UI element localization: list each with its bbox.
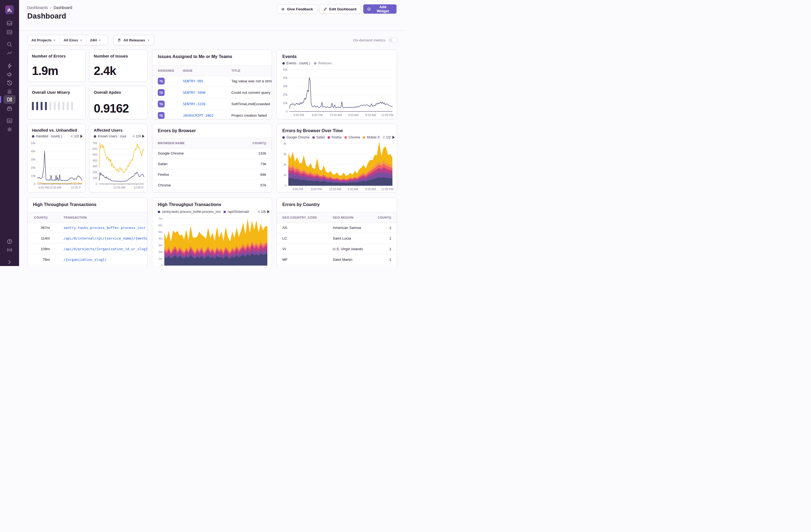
svg-text:2k: 2k xyxy=(284,163,287,166)
legend-item[interactable]: Known Users : cour xyxy=(94,134,128,138)
pager-next-icon[interactable] xyxy=(267,210,270,213)
widget-affected-users[interactable]: Affected Users Known Users : cour 1/3 01… xyxy=(89,124,148,193)
releases-icon xyxy=(117,38,121,42)
widget-errors-by-browser[interactable]: Errors by Browser Browser.Name Count() G… xyxy=(152,124,272,193)
add-widget-button[interactable]: Add Widget xyxy=(363,4,397,14)
legend-dot xyxy=(94,135,96,138)
sidebar-item-whats-new[interactable] xyxy=(6,247,13,253)
on-demand-metrics-toggle[interactable] xyxy=(388,37,397,43)
svg-text:8:00 PM: 8:00 PM xyxy=(311,187,322,191)
country-code: MF xyxy=(277,258,327,262)
table-row: 76m /{organization_slug}/ xyxy=(28,254,147,265)
country-region: Saint Lucia xyxy=(327,236,375,240)
legend-dot xyxy=(314,62,316,65)
sentry-logo-icon[interactable] xyxy=(5,5,14,14)
legend-item[interactable]: Handled : count( ) xyxy=(32,134,66,138)
edit-dashboard-button[interactable]: Edit Dashboard xyxy=(319,4,361,14)
transaction-link[interactable]: /api/0/internal/rpc/{service_name}/{meth… xyxy=(58,236,147,240)
misery-segment xyxy=(36,102,38,110)
svg-text:20k: 20k xyxy=(31,166,36,169)
project-filter[interactable]: All Projects xyxy=(28,35,59,45)
svg-text:0: 0 xyxy=(161,264,163,266)
pager-next-icon[interactable] xyxy=(80,135,82,138)
legend-label: Chrome xyxy=(349,135,360,139)
svg-text:4:00 PM: 4:00 PM xyxy=(293,113,304,117)
widget-high-throughput-chart[interactable]: High Throughput Transactions sentry.task… xyxy=(152,198,272,266)
sidebar-item-replays[interactable] xyxy=(6,80,13,87)
svg-text:100: 100 xyxy=(92,176,97,180)
widget-high-throughput-table[interactable]: High Throughput Transactions Count() Tra… xyxy=(27,198,148,266)
issue-link[interactable]: SENTRY-16H8 xyxy=(178,90,226,94)
widget-number-of-errors[interactable]: Number of Errors 1.9m xyxy=(27,50,86,82)
sidebar-item-settings[interactable] xyxy=(6,126,13,133)
environment-filter[interactable]: All Envs xyxy=(59,35,86,45)
country-count: 1 xyxy=(375,247,397,251)
svg-text:12:00 AM: 12:00 AM xyxy=(113,186,125,189)
sidebar-item-releases[interactable] xyxy=(6,105,13,112)
widget-overall-user-misery[interactable]: Overall User Misery xyxy=(27,86,86,119)
chevron-down-icon xyxy=(98,39,101,42)
svg-text:30k: 30k xyxy=(31,158,36,161)
pager-next-icon[interactable] xyxy=(142,135,144,138)
pager-prev-icon[interactable] xyxy=(132,135,134,138)
widget-number-of-issues[interactable]: Number of Issues 2.4k xyxy=(89,50,148,82)
widget-title: Affected Users xyxy=(94,128,123,133)
affected-users-line-chart: 010020030040050060070012:00 AM12:00 P xyxy=(91,141,146,190)
table-row: TE SENTRY-VD5 Tag value was not a string xyxy=(152,76,272,87)
widget-events-chart[interactable]: Events Events : count( ) Releases 010k20… xyxy=(277,50,397,119)
issue-link[interactable]: JAVASCRIPT-1BG2 xyxy=(178,113,226,118)
pager-prev-icon[interactable] xyxy=(70,135,73,138)
sidebar-item-feedback[interactable] xyxy=(6,71,13,78)
transaction-link[interactable]: sentry.tasks.process_buffer.process_incr xyxy=(58,226,147,230)
legend-pager: 1/2 xyxy=(382,135,395,139)
legend-item[interactable]: Firefox xyxy=(327,135,342,139)
widget-issues-assigned[interactable]: Issues Assigned to Me or My Teams Assign… xyxy=(152,50,272,119)
table-row: Chrome 57k xyxy=(152,180,272,191)
legend-item[interactable]: Releases xyxy=(314,61,332,65)
table-row: Firefox 64k xyxy=(152,169,272,180)
widget-handled-vs-unhandled[interactable]: Handled vs. Unhandled Handled : count( )… xyxy=(27,124,86,193)
svg-text:5m: 5m xyxy=(158,230,163,233)
misery-segment xyxy=(49,102,51,110)
legend-item[interactable]: Google Chrome xyxy=(282,135,309,139)
table-row: Google Chrome 132k xyxy=(152,148,272,158)
legend-item[interactable]: Chrome xyxy=(345,135,360,139)
sidebar-item-issues[interactable] xyxy=(6,20,13,27)
sidebar-item-help[interactable] xyxy=(6,238,13,245)
sidebar-item-starfish[interactable] xyxy=(6,63,13,69)
legend-item[interactable]: Mobile S xyxy=(363,135,379,139)
legend-item[interactable]: sentry.tasks.process_buffer.process_incr xyxy=(158,210,221,214)
project-filter-label: All Projects xyxy=(31,38,51,42)
legend-item[interactable]: /api/0/internal/r xyxy=(224,210,254,214)
sidebar-item-dashboards[interactable] xyxy=(6,96,13,103)
release-filter[interactable]: All Releases xyxy=(113,35,154,45)
pager-prev-icon[interactable] xyxy=(257,210,259,213)
widget-overall-apdex[interactable]: Overall Apdex 0.9162 xyxy=(89,86,148,119)
pager-next-icon[interactable] xyxy=(393,136,395,139)
date-range-filter[interactable]: 24H xyxy=(86,35,105,45)
issue-link[interactable]: SENTRY-32ZQ xyxy=(178,102,226,106)
legend-item[interactable]: Safari xyxy=(312,135,325,139)
legend-item[interactable]: Events : count( ) xyxy=(282,61,310,65)
transaction-link[interactable]: /{organization_slug}/ xyxy=(58,258,147,262)
widget-errors-by-browser-over-time[interactable]: Errors by Browser Over Time Google Chrom… xyxy=(277,124,397,193)
legend-dot xyxy=(345,136,347,139)
give-feedback-button[interactable]: Give Feedback xyxy=(277,4,317,14)
legend-dot xyxy=(224,211,226,213)
sidebar-item-search[interactable] xyxy=(6,41,13,48)
country-count: 1 xyxy=(375,236,397,240)
sidebar-item-alerts[interactable] xyxy=(6,88,13,94)
transaction-link[interactable]: /api/0/projects/{organization_id_or_slug… xyxy=(58,247,147,251)
breadcrumb-dashboards[interactable]: Dashboards xyxy=(27,5,48,10)
sidebar-item-stats[interactable] xyxy=(6,118,13,124)
pager-prev-icon[interactable] xyxy=(382,136,384,139)
widget-errors-by-country[interactable]: Errors by Country Geo.Country_Code Geo.R… xyxy=(277,198,397,266)
sidebar-collapse-icon[interactable] xyxy=(6,259,13,265)
sidebar-item-projects[interactable] xyxy=(6,29,13,35)
country-count: 1 xyxy=(375,258,397,262)
avatar: TE xyxy=(158,101,165,107)
issue-link[interactable]: SENTRY-VD5 xyxy=(178,79,226,83)
svg-text:4k: 4k xyxy=(284,142,287,145)
sidebar-item-performance[interactable] xyxy=(6,50,13,57)
browser-name: Google Chrome xyxy=(152,151,242,155)
